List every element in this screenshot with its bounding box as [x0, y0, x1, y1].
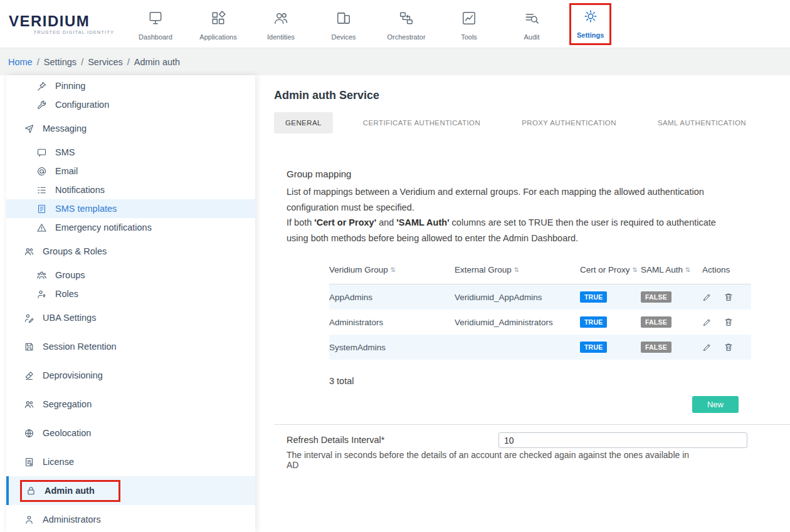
sidebar-item-groups-and-roles[interactable]: Groups & Roles: [6, 237, 255, 266]
saml-auth-badge: FALSE: [641, 342, 672, 353]
nav-settings[interactable]: Settings: [569, 3, 611, 45]
table-total: 3 total: [329, 376, 739, 386]
identities-icon: [273, 10, 289, 29]
sidebar-item-messaging[interactable]: Messaging: [6, 114, 255, 143]
sidebar-item-label: Emergency notifications: [55, 222, 152, 232]
delete-icon[interactable]: [724, 342, 734, 352]
applications-icon: [210, 10, 226, 29]
new-button[interactable]: New: [692, 396, 739, 413]
breadcrumb-home[interactable]: Home: [8, 57, 33, 67]
veridium-logo[interactable]: VERIDIUM TRUSTED DIGITAL IDENTITY: [9, 13, 114, 35]
wrench-icon: [36, 100, 47, 110]
people-icon: [24, 399, 34, 410]
nav-applications[interactable]: Applications: [187, 8, 250, 41]
gear-icon: [582, 8, 599, 27]
sidebar-item-label: Admin auth: [45, 486, 95, 496]
cert-or-proxy-badge: TRUE: [580, 291, 607, 303]
sidebar-item-label: Messaging: [43, 123, 87, 133]
nav-label: Orchestrator: [387, 33, 425, 41]
group-mapping-description: List of mappings between a Veridium and …: [287, 184, 739, 215]
sidebar-item-administrators[interactable]: Administrators: [6, 505, 255, 532]
sidebar-item-label: License: [43, 457, 74, 467]
save-icon: [24, 342, 34, 352]
sidebar-item-emergency-notifications[interactable]: Emergency notifications: [6, 218, 255, 237]
main-nav: Dashboard Applications Identities Device…: [124, 3, 618, 45]
pin-icon: [36, 81, 47, 91]
annotation-box-admin-auth: Admin auth: [20, 480, 120, 502]
tab-saml-authentication[interactable]: SAML AUTHENTICATION: [646, 112, 757, 133]
edit-icon[interactable]: [702, 292, 712, 302]
table-row: AppAdmins Veridiumid_AppAdmins TRUE FALS…: [329, 284, 751, 310]
breadcrumb-services[interactable]: Services: [88, 57, 123, 67]
sidebar-item-geolocation[interactable]: Geolocation: [6, 419, 255, 447]
list-icon: [36, 185, 47, 196]
sidebar-item-groups[interactable]: Groups: [6, 266, 255, 284]
nav-audit[interactable]: Audit: [500, 8, 563, 41]
sidebar-item-segregation[interactable]: Segregation: [6, 390, 255, 419]
nav-label: Audit: [524, 33, 539, 41]
group-mapping-heading: Group mapping: [287, 169, 739, 179]
sidebar-item-notifications[interactable]: Notifications: [6, 180, 255, 199]
sidebar-item-email[interactable]: Email: [6, 162, 255, 180]
sort-icon: ⇅: [633, 266, 638, 273]
sidebar-item-configuration[interactable]: Configuration: [6, 95, 255, 114]
eraser-icon: [24, 370, 34, 381]
sidebar-item-sms-templates[interactable]: SMS templates: [6, 199, 255, 218]
nav-orchestrator[interactable]: Orchestrator: [375, 8, 438, 41]
send-icon: [24, 123, 34, 134]
sidebar-item-uba-settings[interactable]: UBA Settings: [6, 303, 255, 332]
people-icon: [24, 246, 34, 257]
message-icon: [36, 147, 47, 158]
sidebar-item-label: Groups & Roles: [43, 246, 107, 256]
sidebar-item-admin-auth[interactable]: Admin auth: [6, 476, 255, 505]
page-body: Pinning Configuration Messaging SMS Emai…: [0, 75, 790, 532]
column-header-external-group[interactable]: External Group ⇅: [455, 265, 580, 274]
sort-icon: ⇅: [514, 266, 519, 273]
row-actions: [702, 317, 751, 327]
tab-certificate-authentication[interactable]: CERTIFICATE AUTHENTICATION: [352, 112, 492, 133]
column-header-saml-auth[interactable]: SAML Auth ⇅: [641, 265, 702, 274]
lock-icon: [26, 486, 36, 496]
sidebar-item-label: Session Retention: [43, 342, 117, 352]
nav-dashboard[interactable]: Dashboard: [124, 8, 187, 41]
column-header-actions: Actions: [702, 265, 751, 274]
group-mapping-section: Group mapping List of mappings between a…: [274, 169, 739, 413]
sidebar-item-pinning[interactable]: Pinning: [6, 76, 255, 95]
sidebar-item-session-retention[interactable]: Session Retention: [6, 332, 255, 361]
edit-icon[interactable]: [702, 317, 712, 327]
sidebar-item-roles[interactable]: Roles: [6, 284, 255, 303]
sidebar-item-sms[interactable]: SMS: [6, 143, 255, 162]
nav-label: Tools: [461, 33, 477, 41]
nav-devices[interactable]: Devices: [312, 8, 375, 41]
sidebar-item-deprovisioning[interactable]: Deprovisioning: [6, 361, 255, 390]
audit-icon: [524, 10, 540, 29]
refresh-interval-input[interactable]: [498, 432, 747, 448]
roles-icon: [36, 289, 47, 300]
document-icon: [36, 204, 47, 214]
sidebar-item-license[interactable]: License: [6, 447, 255, 476]
cell-external-group: Veridiumid_Administrators: [455, 318, 580, 327]
sidebar-item-label: UBA Settings: [43, 313, 96, 323]
column-label: SAML Auth: [641, 265, 683, 274]
column-header-cert-or-proxy[interactable]: Cert or Proxy ⇅: [580, 265, 641, 274]
sidebar-item-label: Administrators: [43, 514, 101, 524]
tab-proxy-authentication[interactable]: PROXY AUTHENTICATION: [510, 112, 628, 133]
breadcrumb-separator: /: [37, 57, 40, 67]
column-header-veridium-group[interactable]: Veridium Group ⇅: [329, 265, 455, 274]
nav-identities[interactable]: Identities: [250, 8, 312, 41]
delete-icon[interactable]: [724, 317, 734, 327]
nav-tools[interactable]: Tools: [438, 8, 500, 41]
breadcrumb-settings[interactable]: Settings: [44, 57, 76, 67]
groups-icon: [36, 270, 47, 281]
cell-veridium-group: SystemAdmins: [329, 343, 455, 352]
service-tabs: GENERAL CERTIFICATE AUTHENTICATION PROXY…: [274, 112, 771, 133]
note-text: and: [376, 217, 396, 227]
column-label: External Group: [455, 265, 512, 274]
delete-icon[interactable]: [724, 292, 734, 302]
new-button-row: New: [287, 396, 739, 413]
sidebar-item-label: Pinning: [55, 81, 85, 91]
at-sign-icon: [36, 166, 47, 177]
tab-general[interactable]: GENERAL: [274, 112, 333, 133]
edit-icon[interactable]: [702, 342, 712, 352]
sort-icon: ⇅: [391, 266, 396, 273]
